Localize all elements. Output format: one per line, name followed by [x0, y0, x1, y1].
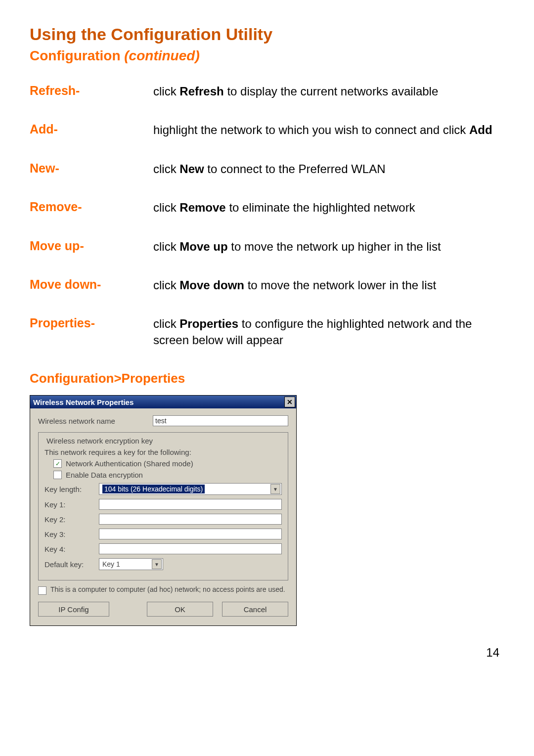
page-title: Using the Configuration Utility: [30, 25, 504, 44]
network-name-row: Wireless network name test: [38, 415, 288, 426]
dialog-button-row: IP Config OK Cancel: [38, 602, 288, 617]
adhoc-checkbox-row[interactable]: This is a computer to computer (ad hoc) …: [38, 585, 288, 595]
subtitle-italic: (continued): [124, 48, 199, 63]
default-key-row: Default key: Key 1 ▼: [44, 558, 282, 570]
default-key-select[interactable]: Key 1 ▼: [99, 558, 163, 570]
definition-row: Refresh- click Refresh to display the cu…: [30, 84, 504, 99]
dialog-title: Wireless Network Properties: [33, 398, 134, 406]
key1-input[interactable]: [99, 499, 282, 510]
page-subtitle: Configuration (continued): [30, 48, 504, 64]
term-label: New-: [30, 161, 153, 176]
auth-checkbox-row[interactable]: ✓ Network Authentication (Shared mode): [44, 459, 282, 468]
key2-input[interactable]: [99, 514, 282, 525]
dialog-titlebar[interactable]: Wireless Network Properties ✕: [30, 396, 296, 408]
definition-list: Refresh- click Refresh to display the cu…: [30, 84, 504, 348]
definition-row: Properties- click Properties to configur…: [30, 316, 504, 348]
select-value: 104 bits (26 Hexadecimal digits): [102, 485, 205, 493]
key4-input[interactable]: [99, 543, 282, 554]
key-label: Key 4:: [44, 545, 94, 553]
cancel-button[interactable]: Cancel: [222, 602, 288, 617]
term-desc: click New to connect to the Preferred WL…: [153, 161, 504, 177]
key-label: Key 3:: [44, 530, 94, 538]
group-intro: This network requires a key for the foll…: [44, 448, 282, 456]
definition-row: Remove- click Remove to eliminate the hi…: [30, 200, 504, 216]
chevron-down-icon[interactable]: ▼: [270, 484, 280, 494]
term-label: Add-: [30, 122, 153, 136]
checkbox-icon[interactable]: [38, 586, 46, 595]
term-label: Remove-: [30, 200, 153, 214]
term-desc: click Remove to eliminate the highlighte…: [153, 200, 504, 216]
encryption-group: Wireless network encryption key This net…: [38, 432, 288, 580]
key-label: Key 1:: [44, 500, 94, 509]
term-desc: click Refresh to display the current net…: [153, 84, 504, 99]
key-label: Key 2:: [44, 515, 94, 524]
enc-checkbox-label: Enable Data encryption: [66, 471, 143, 479]
term-label: Properties-: [30, 316, 153, 330]
term-desc: click Move up to move the network up hig…: [153, 239, 504, 255]
key-row: Key 3:: [44, 529, 282, 539]
group-legend: Wireless network encryption key: [44, 437, 155, 445]
adhoc-label: This is a computer to computer (ad hoc) …: [50, 585, 285, 594]
ip-config-button[interactable]: IP Config: [38, 602, 109, 617]
ok-button[interactable]: OK: [147, 602, 213, 617]
checkbox-icon[interactable]: [53, 471, 62, 479]
auth-checkbox-label: Network Authentication (Shared mode): [66, 459, 193, 468]
dialog-body: Wireless network name test Wireless netw…: [30, 408, 296, 625]
key-length-label: Key length:: [44, 485, 94, 493]
key-row: Key 1:: [44, 499, 282, 510]
enc-checkbox-row[interactable]: Enable Data encryption: [44, 471, 282, 479]
term-label: Move up-: [30, 239, 153, 253]
select-value: Key 1: [102, 560, 120, 568]
checkbox-icon[interactable]: ✓: [53, 459, 62, 468]
wireless-properties-dialog: Wireless Network Properties ✕ Wireless n…: [30, 395, 297, 626]
subtitle-plain: Configuration: [30, 48, 124, 63]
network-name-label: Wireless network name: [38, 417, 147, 425]
definition-row: Move down- click Move down to move the n…: [30, 277, 504, 293]
term-label: Move down-: [30, 277, 153, 292]
definition-row: Add- highlight the network to which you …: [30, 122, 504, 138]
key-length-row: Key length: 104 bits (26 Hexadecimal dig…: [44, 483, 282, 495]
key-row: Key 4:: [44, 543, 282, 554]
term-desc: click Move down to move the network lowe…: [153, 277, 504, 293]
close-icon[interactable]: ✕: [284, 397, 295, 407]
definition-row: New- click New to connect to the Preferr…: [30, 161, 504, 177]
network-name-input[interactable]: test: [153, 415, 288, 426]
definition-row: Move up- click Move up to move the netwo…: [30, 239, 504, 255]
term-desc: click Properties to configure the highli…: [153, 316, 504, 348]
section-heading: Configuration>Properties: [30, 371, 504, 386]
term-desc: highlight the network to which you wish …: [153, 122, 504, 138]
term-label: Refresh-: [30, 84, 153, 98]
key-length-select[interactable]: 104 bits (26 Hexadecimal digits) ▼: [99, 483, 282, 495]
page-number: 14: [30, 646, 504, 660]
chevron-down-icon[interactable]: ▼: [152, 559, 162, 569]
key-row: Key 2:: [44, 514, 282, 525]
default-key-label: Default key:: [44, 560, 94, 569]
key3-input[interactable]: [99, 529, 282, 539]
page-container: Using the Configuration Utility Configur…: [0, 0, 534, 679]
